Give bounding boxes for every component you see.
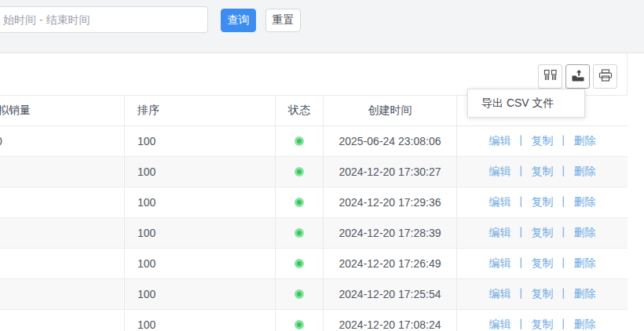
action-separator: 丨 — [558, 256, 569, 271]
copy-link[interactable]: 复制 — [532, 226, 554, 240]
action-separator: 丨 — [558, 287, 569, 301]
header-created-time: 创建时间 — [324, 96, 457, 125]
table-row: 100 2024-12-20 17:28:39 编辑丨复制丨删除 — [0, 218, 628, 249]
action-separator: 丨 — [516, 165, 527, 179]
header-status: 状态 — [276, 96, 324, 125]
action-separator: 丨 — [558, 318, 569, 331]
sort-value: 100 — [125, 187, 276, 217]
created-time: 2024-12-20 17:30:27 — [324, 157, 457, 187]
action-separator: 丨 — [516, 226, 527, 240]
edit-link[interactable]: 编辑 — [489, 195, 511, 209]
action-separator: 丨 — [516, 195, 527, 209]
edit-link[interactable]: 编辑 — [489, 318, 511, 331]
table-row: 100 2024-12-20 17:30:27 编辑丨复制丨删除 — [0, 157, 628, 187]
date-range-input[interactable] — [0, 6, 208, 33]
copy-link[interactable]: 复制 — [532, 195, 554, 209]
sort-value: 100 — [125, 279, 276, 309]
status-toggle[interactable] — [295, 136, 304, 146]
virtual-sales-value: 0 — [0, 135, 2, 147]
created-time: 2024-12-20 17:25:54 — [324, 279, 457, 309]
action-separator: 丨 — [516, 134, 527, 148]
sort-value: 100 — [125, 157, 276, 187]
delete-link[interactable]: 删除 — [574, 318, 596, 331]
status-toggle[interactable] — [295, 289, 304, 299]
action-separator: 丨 — [558, 165, 569, 179]
query-button[interactable]: 查询 — [221, 9, 256, 32]
edit-link[interactable]: 编辑 — [489, 226, 511, 240]
delete-link[interactable]: 删除 — [574, 134, 596, 148]
status-toggle[interactable] — [295, 167, 304, 176]
copy-link[interactable]: 复制 — [532, 165, 554, 179]
header-virtual-sales: 拟销量 — [0, 96, 125, 125]
status-toggle[interactable] — [295, 198, 304, 207]
export-button[interactable] — [565, 64, 590, 89]
data-table: 拟销量 排序 状态 创建时间 0 100 2025-06-24 23:08:06… — [0, 95, 628, 331]
status-toggle[interactable] — [295, 259, 304, 268]
copy-link[interactable]: 复制 — [532, 134, 554, 148]
sort-value: 100 — [125, 249, 276, 278]
sort-value: 100 — [125, 126, 276, 156]
copy-link[interactable]: 复制 — [532, 318, 554, 331]
delete-link[interactable]: 删除 — [574, 165, 596, 179]
edit-link[interactable]: 编辑 — [489, 256, 511, 271]
status-toggle[interactable] — [295, 228, 304, 238]
action-separator: 丨 — [516, 256, 527, 271]
delete-link[interactable]: 删除 — [574, 226, 596, 240]
export-csv-menu-item[interactable]: 导出 CSV 文件 — [467, 89, 585, 118]
columns-icon — [543, 69, 558, 85]
action-separator: 丨 — [558, 226, 569, 240]
edit-link[interactable]: 编辑 — [489, 287, 511, 301]
toggle-columns-button[interactable] — [538, 64, 562, 89]
delete-link[interactable]: 删除 — [574, 195, 596, 209]
created-time: 2024-12-20 17:28:39 — [324, 218, 457, 248]
delete-link[interactable]: 删除 — [574, 256, 596, 271]
filter-bar: 查询 重置 — [0, 0, 644, 53]
reset-button[interactable]: 重置 — [265, 9, 301, 32]
created-time: 2024-12-20 17:29:36 — [324, 187, 457, 217]
created-time: 2024-12-20 17:26:49 — [324, 249, 457, 278]
table-row: 100 2024-12-20 17:29:36 编辑丨复制丨删除 — [0, 187, 628, 218]
status-toggle[interactable] — [295, 320, 304, 329]
table-row: 100 2024-12-20 17:08:24 编辑丨复制丨删除 — [0, 310, 628, 331]
page: 查询 重置 — [0, 0, 644, 331]
edit-link[interactable]: 编辑 — [489, 134, 511, 148]
copy-link[interactable]: 复制 — [532, 287, 554, 301]
table-row: 0 100 2025-06-24 23:08:06 编辑丨复制丨删除 — [0, 126, 628, 157]
created-time: 2024-12-20 17:08:24 — [324, 310, 457, 331]
action-separator: 丨 — [558, 195, 569, 209]
created-time: 2025-06-24 23:08:06 — [324, 126, 457, 156]
edit-link[interactable]: 编辑 — [489, 165, 511, 179]
action-separator: 丨 — [558, 134, 569, 148]
copy-link[interactable]: 复制 — [532, 256, 554, 271]
table-row: 100 2024-12-20 17:26:49 编辑丨复制丨删除 — [0, 249, 628, 279]
delete-link[interactable]: 删除 — [574, 287, 596, 301]
table-row: 100 2024-12-20 17:25:54 编辑丨复制丨删除 — [0, 279, 628, 310]
header-sort: 排序 — [125, 96, 276, 125]
print-button[interactable] — [593, 64, 617, 89]
action-separator: 丨 — [516, 318, 527, 331]
sort-value: 100 — [125, 310, 276, 331]
sort-value: 100 — [125, 218, 276, 248]
action-separator: 丨 — [516, 287, 527, 301]
export-icon — [571, 69, 585, 85]
print-icon — [598, 69, 613, 85]
